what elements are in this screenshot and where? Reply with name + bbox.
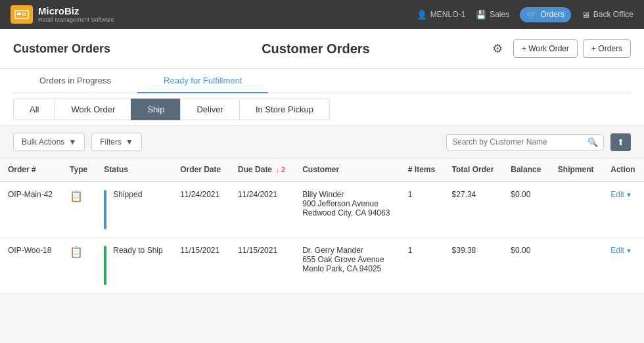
page-header: Customer Orders Customer Orders ⚙ + Work… [0,29,644,69]
cell-due-date-1: 11/24/2021 [230,181,294,238]
cell-shipment-2 [550,238,603,294]
tab-orders-in-progress[interactable]: Orders in Progress [13,69,137,93]
col-total: Total Order [444,158,503,181]
toolbar: Bulk Actions ▼ Filters ▼ 🔍 ⬆ [0,126,644,158]
tabs-sub: All Work Order Ship Deliver In Store Pic… [13,93,631,126]
orders-icon: 🛒 [526,10,537,20]
sales-icon: 💾 [476,10,486,20]
svg-rect-5 [24,14,26,16]
navbar-right: 👤 MENLO-1 💾 Sales 🛒 Orders 🖥 Back Office [417,7,633,22]
edit-link-1[interactable]: Edit ▼ [610,190,636,199]
edit-link-2[interactable]: Edit ▼ [610,246,636,255]
cell-order-1: OIP-Main-42 [0,181,62,238]
work-order-button[interactable]: + Work Order [513,39,578,58]
cell-total-1: $27.34 [444,181,503,238]
page-header-left: Customer Orders [13,42,145,56]
customer-name-2: Dr. Gerry Mander [302,246,392,255]
cell-items-1: 1 [400,181,444,238]
cell-status-1: Shipped [96,181,172,238]
page-header-center: Customer Orders [145,41,487,57]
cell-action-2: Edit ▼ [603,238,644,294]
edit-chevron-1: ▼ [626,191,632,198]
customer-city-2: Menlo Park, CA 94025 [302,264,392,273]
navbar: MicroBiz Retail Management Software 👤 ME… [0,0,644,29]
tab-deliver[interactable]: Deliver [180,99,239,120]
col-items: # Items [400,158,444,181]
customer-address-2: 655 Oak Grove Avenue [302,255,392,264]
status-bar-1 [104,190,106,229]
svg-rect-3 [24,12,26,14]
search-input[interactable] [452,137,587,147]
cell-status-2: Ready to Ship [96,238,172,294]
col-order: Order # [0,158,62,181]
cell-order-2: OIP-Woo-18 [0,238,62,294]
table-container: Order # Type Status Order Date Due Date … [0,158,644,294]
orders-table: Order # Type Status Order Date Due Date … [0,158,644,294]
tabs-top: Orders in Progress Ready for Fulfillment [13,69,631,93]
logo-icon [11,5,33,24]
orders-button[interactable]: + Orders [583,39,631,58]
customer-name-1: Billy Winder [302,190,392,199]
nav-orders[interactable]: 🛒 Orders [520,7,571,22]
search-box: 🔍 [446,134,604,150]
nav-sales-label: Sales [490,10,509,19]
chevron-down-icon-2: ▼ [126,137,133,147]
nav-orders-label: Orders [540,10,564,19]
cell-action-1: Edit ▼ [603,181,644,238]
export-button[interactable]: ⬆ [610,133,631,151]
cell-items-2: 1 [400,238,444,294]
export-icon: ⬆ [617,137,624,147]
cell-due-date-2: 11/15/2021 [230,238,294,294]
col-customer: Customer [294,158,400,181]
tab-work-order[interactable]: Work Order [55,99,131,120]
nav-menlo[interactable]: 👤 MENLO-1 [417,10,465,20]
user-icon: 👤 [417,10,427,20]
edit-chevron-2: ▼ [626,247,632,254]
col-due-date[interactable]: Due Date ↓ 2 [230,158,294,181]
tab-in-store-pickup[interactable]: In Store Pickup [239,99,330,120]
tab-all[interactable]: All [13,99,55,120]
brand-subtitle: Retail Management Software [38,16,114,23]
filters-dropdown[interactable]: Filters ▼ [91,133,142,151]
cell-order-date-2: 11/15/2021 [172,238,230,294]
col-action: Action [603,158,644,181]
page-center-title: Customer Orders [145,41,487,57]
cell-balance-2: $0.00 [503,238,550,294]
customer-city-1: Redwood City, CA 94063 [302,208,392,217]
cell-balance-1: $0.00 [503,181,550,238]
cell-type-1: 📋 [62,181,96,238]
tabs-container: Orders in Progress Ready for Fulfillment… [0,69,644,126]
backoffice-icon: 🖥 [582,10,590,20]
cell-shipment-1 [550,181,603,238]
type-icon-1: 📋 [70,191,83,202]
col-balance: Balance [503,158,550,181]
bulk-actions-dropdown[interactable]: Bulk Actions ▼ [13,133,85,151]
nav-sales[interactable]: 💾 Sales [476,10,509,20]
cell-total-2: $39.38 [444,238,503,294]
cell-type-2: 📋 [62,238,96,294]
page-left-title: Customer Orders [13,42,145,56]
table-body: OIP-Main-42 📋 Shipped 11/24/2021 11/24/2… [0,181,644,294]
table-row: OIP-Woo-18 📋 Ready to Ship 11/15/2021 11… [0,238,644,294]
col-status: Status [96,158,172,181]
col-type: Type [62,158,96,181]
svg-rect-4 [22,14,24,16]
table-row: OIP-Main-42 📋 Shipped 11/24/2021 11/24/2… [0,181,644,238]
nav-menlo-label: MENLO-1 [430,10,465,19]
status-bar-2 [104,246,106,285]
type-icon-2: 📋 [70,246,83,258]
bulk-actions-label: Bulk Actions [22,137,64,147]
tab-ready-for-fulfillment[interactable]: Ready for Fulfillment [137,69,268,93]
col-order-date: Order Date [172,158,230,181]
svg-rect-2 [22,12,24,14]
nav-backoffice[interactable]: 🖥 Back Office [582,10,633,20]
tab-ship[interactable]: Ship [131,99,181,120]
search-button[interactable]: 🔍 [587,137,598,147]
brand-name: MicroBiz [38,6,114,17]
cell-customer-2: Dr. Gerry Mander 655 Oak Grove Avenue Me… [294,238,400,294]
chevron-down-icon: ▼ [68,137,76,147]
settings-button[interactable]: ⚙ [487,38,508,59]
nav-backoffice-label: Back Office [593,10,633,19]
page-header-right: ⚙ + Work Order + Orders [487,38,631,59]
brand: MicroBiz Retail Management Software [11,5,114,24]
